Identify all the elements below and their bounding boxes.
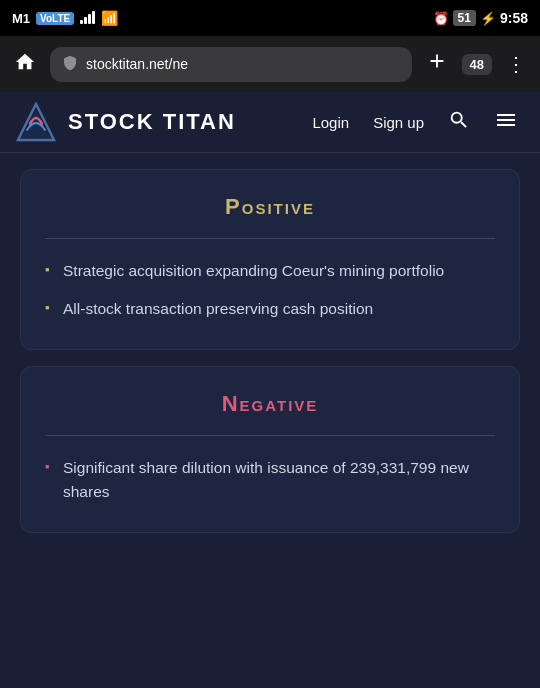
time-display: 9:58	[500, 10, 528, 26]
hamburger-menu-button[interactable]	[488, 104, 524, 141]
negative-title: Negative	[45, 391, 495, 417]
signup-button[interactable]: Sign up	[367, 110, 430, 135]
positive-divider	[45, 238, 495, 239]
negative-bullet-list: Significant share dilution with issuance…	[45, 456, 495, 504]
logo-icon	[16, 102, 56, 142]
signal-icon	[80, 12, 95, 24]
home-button[interactable]	[10, 47, 40, 82]
url-text: stocktitan.net/ne	[86, 56, 400, 72]
login-button[interactable]: Login	[306, 110, 355, 135]
list-item: Significant share dilution with issuance…	[45, 456, 495, 504]
content-area: Positive Strategic acquisition expanding…	[0, 153, 540, 569]
status-bar: M1 VoLTE 📶 ⏰ 51 ⚡ 9:58	[0, 0, 540, 36]
status-right-group: ⏰ 51 ⚡ 9:58	[433, 10, 528, 26]
positive-bullet-list: Strategic acquisition expanding Coeur's …	[45, 259, 495, 321]
site-logo-text: STOCK TITAN	[68, 109, 294, 135]
tabs-count-button[interactable]: 48	[462, 54, 492, 75]
alarm-icon: ⏰	[433, 11, 449, 26]
search-button[interactable]	[442, 105, 476, 140]
list-item: All-stock transaction preserving cash po…	[45, 297, 495, 321]
negative-card: Negative Significant share dilution with…	[20, 366, 520, 533]
negative-divider	[45, 435, 495, 436]
charging-icon: ⚡	[480, 11, 496, 26]
positive-title: Positive	[45, 194, 495, 220]
site-header: STOCK TITAN Login Sign up	[0, 92, 540, 153]
carrier-label: M1	[12, 11, 30, 26]
positive-card: Positive Strategic acquisition expanding…	[20, 169, 520, 350]
new-tab-button[interactable]	[422, 46, 452, 82]
volte-badge: VoLTE	[36, 12, 74, 25]
status-carrier: M1 VoLTE 📶	[12, 10, 118, 26]
list-item: Strategic acquisition expanding Coeur's …	[45, 259, 495, 283]
browser-actions: 48 ⋮	[422, 46, 530, 82]
battery-level: 51	[453, 10, 476, 26]
browser-menu-button[interactable]: ⋮	[502, 48, 530, 80]
wifi-icon: 📶	[101, 10, 118, 26]
browser-chrome: stocktitan.net/ne 48 ⋮	[0, 36, 540, 92]
security-icon	[62, 55, 78, 74]
url-bar[interactable]: stocktitan.net/ne	[50, 47, 412, 82]
